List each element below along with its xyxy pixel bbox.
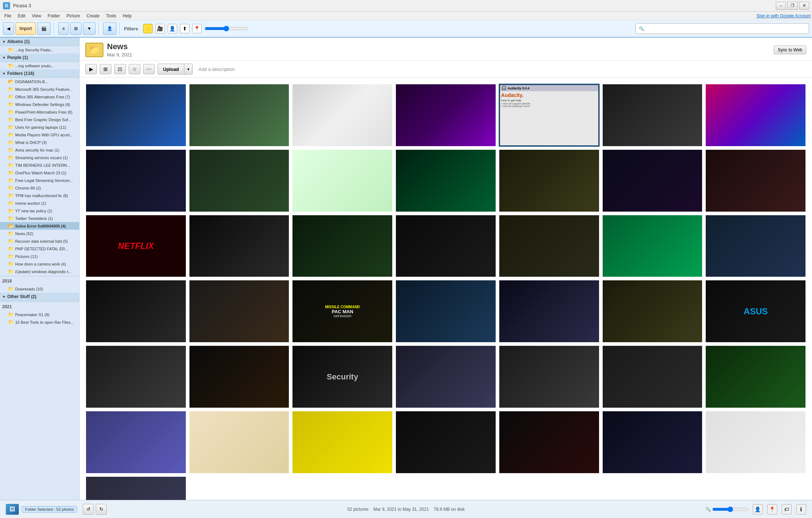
sidebar-folder-item-2[interactable]: 📁Office 365 Alternatives Free (7) bbox=[0, 93, 79, 101]
sidebar-folder-item-5[interactable]: 📁Best Free Graphic Design Sof... bbox=[0, 116, 79, 123]
photo-thumb-19[interactable] bbox=[499, 215, 600, 278]
list-view-button[interactable]: ≡ bbox=[58, 22, 69, 35]
sidebar-folder-item-6[interactable]: 📁Uses for gaming laptops (11) bbox=[0, 123, 79, 131]
photo-thumb-1[interactable] bbox=[85, 84, 187, 147]
geo-status-icon[interactable]: 📍 bbox=[767, 504, 777, 514]
photo-thumb-4[interactable] bbox=[395, 84, 496, 147]
sidebar-albums-header[interactable]: ▼ Albums (1) bbox=[0, 38, 79, 46]
photo-thumb-41[interactable] bbox=[602, 411, 703, 474]
photo-thumb-11[interactable] bbox=[395, 149, 496, 212]
photo-thumb-31[interactable]: Security bbox=[292, 345, 393, 408]
photo-thumb-32[interactable] bbox=[395, 345, 496, 408]
collage-button[interactable]: ⊞ bbox=[100, 64, 111, 74]
view-more-button[interactable]: ▼ bbox=[83, 22, 95, 35]
sidebar-folder-item-17[interactable]: 📁YT new tax policy (1) bbox=[0, 207, 79, 215]
sidebar-folder-item-14[interactable]: 📁Chrome 89 (2) bbox=[0, 184, 79, 192]
photo-thumb-10[interactable] bbox=[292, 149, 393, 212]
photo-thumb-25[interactable] bbox=[395, 280, 496, 343]
photo-thumb-27[interactable] bbox=[602, 280, 703, 343]
photo-thumb-16[interactable] bbox=[189, 215, 290, 278]
photo-thumb-21[interactable] bbox=[705, 215, 806, 278]
sync-to-web-button[interactable]: Sync to Web bbox=[774, 46, 806, 54]
sidebar-folder-item-11[interactable]: 📁TIM BERNERS LEE INTERN... bbox=[0, 161, 79, 169]
restore-button[interactable]: ❐ bbox=[787, 2, 798, 10]
sidebar-folder-item-19[interactable]: 📂Solve Error 0x80004005 (4) bbox=[0, 222, 79, 230]
thumbnail-size-slider[interactable] bbox=[712, 506, 748, 512]
menu-file[interactable]: File bbox=[1, 13, 14, 19]
photo-thumb-24[interactable]: MISSILE COMMANDPAC MANDEFENDER bbox=[292, 280, 393, 343]
face-detect-button[interactable]: 👤 bbox=[103, 22, 116, 35]
people-status-icon[interactable]: 👤 bbox=[753, 504, 763, 514]
sidebar-album-item[interactable]: 📁 ...ing Security Featu... bbox=[0, 46, 79, 54]
menu-edit[interactable]: Edit bbox=[15, 13, 28, 19]
photo-thumb-33[interactable] bbox=[499, 345, 600, 408]
sidebar-folder-item-18[interactable]: 📁Twitter Tweetdeck (1) bbox=[0, 215, 79, 222]
menu-picture[interactable]: Picture bbox=[64, 13, 83, 19]
photo-thumb-2[interactable] bbox=[189, 84, 290, 147]
upload-dropdown-button[interactable]: ▼ bbox=[184, 64, 192, 74]
menu-view[interactable]: View bbox=[29, 13, 44, 19]
photo-thumb-39[interactable] bbox=[395, 411, 496, 474]
sidebar-best-tools[interactable]: 📁 10 Best Tools to open Rar Files... bbox=[0, 318, 79, 326]
mosaic-button[interactable]: ⊡ bbox=[114, 64, 126, 74]
sidebar-folder-item-0[interactable]: 📂 DISINMATION-B... bbox=[0, 78, 79, 85]
sidebar-folder-item-4[interactable]: 📁PowerPoint Alternatives Free (8) bbox=[0, 108, 79, 116]
photo-thumb-15[interactable]: NETFLIX bbox=[85, 215, 187, 278]
sidebar-folder-item-23[interactable]: 📁Pictures (11) bbox=[0, 252, 79, 260]
photo-thumb-40[interactable] bbox=[499, 411, 600, 474]
video-filter[interactable]: 🎥 bbox=[155, 24, 165, 33]
sidebar-people-item[interactable]: 📁 ...ing software youtu... bbox=[0, 62, 79, 69]
photo-thumb-28[interactable]: ASUS bbox=[705, 280, 806, 343]
photo-thumb-8[interactable] bbox=[85, 149, 187, 212]
photo-thumb-6[interactable] bbox=[602, 84, 703, 147]
photo-thumb-35[interactable] bbox=[705, 345, 806, 408]
upload-filter[interactable]: ⬆ bbox=[180, 24, 189, 33]
sign-in-link[interactable]: Sign in with Google Account bbox=[757, 13, 811, 18]
geo-filter[interactable]: 📍 bbox=[192, 24, 202, 33]
sidebar-folder-item-1[interactable]: 📁Microsoft 365 Security Feature... bbox=[0, 85, 79, 93]
sidebar-folder-item-9[interactable]: 📁Avira security for mac (1) bbox=[0, 146, 79, 154]
photo-thumb-36[interactable] bbox=[85, 411, 187, 474]
play-slideshow-button[interactable]: ▶ bbox=[85, 64, 97, 74]
star-filter[interactable]: ⭐ bbox=[143, 24, 153, 33]
photo-thumb-37[interactable] bbox=[189, 411, 290, 474]
photo-thumb-5[interactable]: 🎧Audacity 3.0.4Audacity.How to get help•… bbox=[499, 84, 600, 147]
photo-thumb-14[interactable] bbox=[705, 149, 806, 212]
filter-slider[interactable] bbox=[205, 26, 248, 31]
sidebar-downloads[interactable]: 📁 Downloads (10) bbox=[0, 285, 79, 293]
photo-thumb-43[interactable] bbox=[85, 476, 187, 500]
photo-thumb-30[interactable] bbox=[189, 345, 290, 408]
grid-view-button[interactable]: ⊞ bbox=[70, 22, 82, 35]
photo-thumb-38[interactable] bbox=[292, 411, 393, 474]
sidebar-folder-item-21[interactable]: 📁Recover data external hdd (5) bbox=[0, 237, 79, 245]
photo-thumb-7[interactable] bbox=[705, 84, 806, 147]
sidebar-other-stuff[interactable]: ▼ Other Stuff (2) bbox=[0, 293, 79, 301]
photo-thumb-34[interactable] bbox=[602, 345, 703, 408]
sidebar-folder-item-22[interactable]: 📁PNP DETECTED FATAL ER... bbox=[0, 245, 79, 252]
add-description-text[interactable]: Add a description bbox=[198, 65, 235, 73]
photo-thumb-12[interactable] bbox=[499, 149, 600, 212]
photo-thumb-23[interactable] bbox=[189, 280, 290, 343]
rotate-cw-button[interactable]: ↻ bbox=[96, 504, 107, 515]
upload-main-button[interactable]: Upload bbox=[158, 64, 184, 74]
photo-thumb-26[interactable] bbox=[499, 280, 600, 343]
photo-thumb-17[interactable] bbox=[292, 215, 393, 278]
photo-thumb-42[interactable] bbox=[705, 411, 806, 474]
photo-thumb-22[interactable] bbox=[85, 280, 187, 343]
sidebar-peacemaker[interactable]: 📁 Peacemaker S1 (8) bbox=[0, 311, 79, 318]
photo-thumb-9[interactable] bbox=[189, 149, 290, 212]
import-button[interactable]: Import bbox=[16, 22, 36, 35]
photo-thumb-18[interactable] bbox=[395, 215, 496, 278]
photo-thumb-29[interactable] bbox=[85, 345, 187, 408]
menu-create[interactable]: Create bbox=[84, 13, 102, 19]
sidebar-folder-item-7[interactable]: 📁Media Players With GPU accel... bbox=[0, 131, 79, 139]
sidebar-folders-header[interactable]: ▼ Folders (116) bbox=[0, 69, 79, 78]
sidebar-folder-item-8[interactable]: 📁What is DHCP (3) bbox=[0, 139, 79, 146]
star-button[interactable]: ☆ bbox=[129, 64, 140, 74]
menu-folder[interactable]: Folder bbox=[45, 13, 63, 19]
sidebar-folder-item-20[interactable]: 📁News (52) bbox=[0, 230, 79, 237]
minimize-button[interactable]: − bbox=[776, 2, 786, 10]
back-button[interactable]: ◀ bbox=[3, 22, 14, 35]
person-filter[interactable]: 👤 bbox=[168, 24, 177, 33]
menu-help[interactable]: Help bbox=[120, 13, 134, 19]
